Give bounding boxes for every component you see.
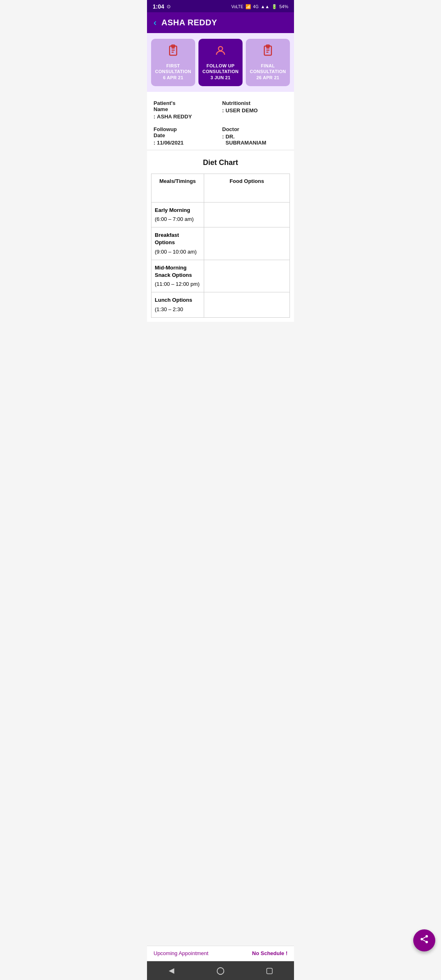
nutritionist-colon: : bbox=[222, 107, 224, 114]
doctor-field: Doctor : DR.SUBRAMANIAM bbox=[222, 126, 287, 146]
patient-name-value: ASHA REDDY bbox=[157, 114, 192, 120]
consult-tab-first[interactable]: FIRSTCONSULTATION6 APR 21 bbox=[151, 39, 195, 86]
table-row: Mid-Morning Snack Options (11:00 – 12:00… bbox=[151, 260, 290, 292]
status-right: VoLTE 📶 4G ▲▲ 🔋 54% bbox=[232, 4, 288, 9]
doctor-colon: : bbox=[222, 134, 224, 140]
diet-chart-section: Diet Chart Meals/Timings Food Options Ea… bbox=[147, 150, 294, 322]
followup-consult-icon bbox=[214, 45, 227, 60]
status-time: 1:04 bbox=[153, 3, 164, 10]
final-consult-icon bbox=[262, 45, 274, 60]
patient-name-field: Patient'sName : ASHA REDDY bbox=[154, 100, 219, 120]
consult-tab-followup[interactable]: FOLLOW UPCONSULTATION3 JUN 21 bbox=[198, 39, 243, 86]
network-icon: 4G bbox=[253, 4, 258, 9]
doctor-label: Doctor bbox=[222, 126, 287, 132]
consult-tab-final[interactable]: FINALCONSULTATION26 APR 21 bbox=[246, 39, 290, 86]
col-meals-timings: Meals/Timings bbox=[151, 174, 204, 202]
diet-table: Meals/Timings Food Options Early Morning… bbox=[151, 174, 290, 318]
back-button[interactable]: ‹ bbox=[154, 18, 156, 27]
meal-early-morning: Early Morning (6:00 – 7:00 am) bbox=[151, 202, 204, 227]
followup-date-colon: : bbox=[154, 140, 155, 146]
patient-info-section: Patient'sName : ASHA REDDY Nutritionist … bbox=[147, 92, 294, 150]
header-title: ASHA REDDY bbox=[161, 18, 217, 27]
followup-date-label: FollowupDate bbox=[154, 126, 219, 138]
first-consult-icon bbox=[167, 45, 179, 60]
first-consult-label: FIRSTCONSULTATION6 APR 21 bbox=[155, 63, 192, 80]
followup-date-field: FollowupDate : 11/06/2021 bbox=[154, 126, 219, 146]
nutritionist-field: Nutritionist : USER DEMO bbox=[222, 100, 287, 120]
food-early-morning bbox=[204, 202, 290, 227]
followup-consult-label: FOLLOW UPCONSULTATION3 JUN 21 bbox=[203, 63, 239, 80]
volte-icon: VoLTE bbox=[232, 4, 243, 9]
consultation-tabs: FIRSTCONSULTATION6 APR 21 FOLLOW UPCONSU… bbox=[147, 33, 294, 92]
food-lunch bbox=[204, 292, 290, 317]
nutritionist-label: Nutritionist bbox=[222, 100, 287, 106]
status-icon: ⊙ bbox=[167, 4, 171, 9]
diet-chart-title: Diet Chart bbox=[151, 158, 290, 167]
status-bar: 1:04 ⊙ VoLTE 📶 4G ▲▲ 🔋 54% bbox=[147, 0, 294, 12]
table-row: Lunch Options (1:30 – 2:30 bbox=[151, 292, 290, 317]
followup-date-value: 11/06/2021 bbox=[157, 140, 183, 146]
svg-point-5 bbox=[218, 47, 223, 51]
meal-midmorning: Mid-Morning Snack Options (11:00 – 12:00… bbox=[151, 260, 204, 292]
nutritionist-value: USER DEMO bbox=[225, 107, 258, 114]
header: ‹ ASHA REDDY bbox=[147, 12, 294, 33]
meal-breakfast: Breakfast Options (9:00 – 10:00 am) bbox=[151, 227, 204, 260]
meal-lunch: Lunch Options (1:30 – 2:30 bbox=[151, 292, 204, 317]
signal-icon: ▲▲ bbox=[261, 4, 270, 9]
patient-name-colon: : bbox=[154, 114, 155, 120]
food-midmorning bbox=[204, 260, 290, 292]
food-breakfast bbox=[204, 227, 290, 260]
table-row: Breakfast Options (9:00 – 10:00 am) bbox=[151, 227, 290, 260]
table-row: Early Morning (6:00 – 7:00 am) bbox=[151, 202, 290, 227]
battery-level: 54% bbox=[279, 4, 288, 9]
final-consult-label: FINALCONSULTATION26 APR 21 bbox=[250, 63, 286, 80]
patient-name-label: Patient'sName bbox=[154, 100, 219, 112]
col-food-options: Food Options bbox=[204, 174, 290, 202]
wifi-icon: 📶 bbox=[245, 4, 251, 9]
doctor-value: DR.SUBRAMANIAM bbox=[225, 134, 266, 146]
battery-icon: 🔋 bbox=[272, 4, 277, 9]
